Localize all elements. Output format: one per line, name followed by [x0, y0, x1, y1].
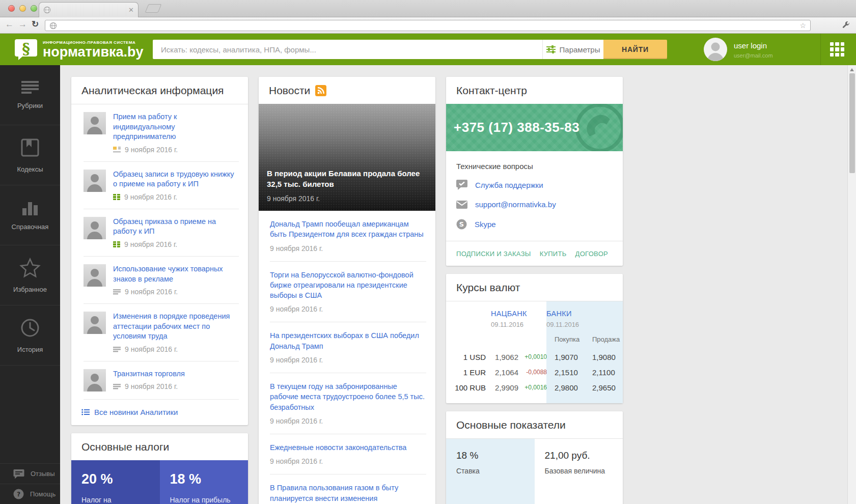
sidebar-item-history[interactable]: История [0, 305, 60, 366]
analytics-item[interactable]: Транзитная торговля 9 ноября 2016 г. [71, 361, 248, 399]
contact-email-link[interactable]: support@normativka.by [446, 195, 623, 214]
indicator-tile-rate[interactable]: 18 % Ставка [446, 439, 535, 504]
search-params-button[interactable]: Параметры [542, 40, 603, 59]
bookmark-star-icon[interactable]: ☆ [799, 21, 806, 30]
table-icon [113, 194, 120, 200]
analytics-item-title[interactable]: Использование чужих товарных знаков в ре… [113, 264, 239, 284]
zoom-window-button[interactable] [31, 5, 37, 12]
scrollbar-thumb[interactable] [849, 73, 855, 173]
indicator-value: 18 % [456, 450, 524, 461]
buy-link[interactable]: КУПИТЬ [540, 250, 567, 258]
analytics-item[interactable]: Прием на работу к индивидуальному предпр… [71, 104, 248, 161]
banks-header[interactable]: БАНКИ [546, 310, 579, 318]
analytics-item-title[interactable]: Транзитная торговля [113, 369, 185, 379]
contact-link-label[interactable]: Skype [475, 220, 496, 229]
user-login-label: user login [734, 41, 773, 50]
subscriptions-link[interactable]: ПОДПИСКИ И ЗАКАЗЫ [456, 250, 531, 258]
news-item[interactable]: В текущем году на забронированные рабочи… [259, 373, 435, 434]
clock-icon [20, 318, 40, 338]
lines-icon [113, 346, 121, 352]
indicator-tile-base-value[interactable]: 21,00 руб. Базовая величина [535, 439, 623, 504]
sidebar-item-feedback[interactable]: Отзывы [0, 463, 60, 484]
site-logo[interactable]: § ИНФОРМАЦИОННО-ПРАВОВАЯ СИСТЕМА нормати… [14, 38, 144, 61]
new-tab-button[interactable] [145, 4, 162, 13]
analytics-item-title[interactable]: Образец приказа о приеме на работу к ИП [113, 217, 239, 237]
close-window-button[interactable] [8, 5, 15, 12]
user-account[interactable]: user login user@mail.com [704, 38, 773, 61]
news-item-date: 9 ноября 2016 г. [270, 305, 425, 313]
contact-support-link[interactable]: Служба поддержки [446, 175, 623, 195]
taxes-card: Основные налоги 20 % Налог на добавленну… [71, 433, 248, 504]
analytics-all-label[interactable]: Все новинки Аналитики [94, 408, 178, 416]
sidebar-item-codes[interactable]: Кодексы [0, 125, 60, 185]
contact-footer-links: ПОДПИСКИ И ЗАКАЗЫ КУПИТЬ ДОГОВОР [446, 241, 623, 266]
analytics-item[interactable]: Изменения в порядке проведения аттестаци… [71, 304, 248, 361]
news-item-title[interactable]: На президентских выборах в США победил Д… [270, 330, 425, 351]
news-item-date: 9 ноября 2016 г. [270, 244, 425, 253]
browser-menu-wrench-icon[interactable] [840, 19, 852, 32]
contact-title: Контакт-центр [446, 77, 623, 104]
reload-button[interactable]: ↻ [32, 19, 39, 30]
analytics-item-date: 9 ноября 2016 г. [125, 146, 178, 154]
tab-close-icon[interactable]: ✕ [128, 7, 134, 13]
currency-unit: 1 USD [446, 353, 486, 361]
agreement-link[interactable]: ДОГОВОР [575, 250, 608, 258]
analytics-item[interactable]: Использование чужих товарных знаков в ре… [71, 257, 248, 303]
support-bubble-icon [456, 180, 467, 190]
back-button[interactable]: ← [5, 19, 14, 30]
contact-skype-link[interactable]: S Skype [446, 214, 623, 235]
sidebar-item-reference[interactable]: Справочная [0, 185, 60, 245]
apps-grid-icon[interactable] [830, 42, 844, 57]
avatar [84, 369, 106, 391]
indicators-card: Основные показатели 18 % Ставка 21,00 ру… [446, 411, 623, 504]
analytics-item[interactable]: Образец записи в трудовую книжку о прием… [71, 162, 248, 209]
svg-text:?: ? [17, 490, 20, 498]
book-icon [20, 137, 40, 158]
news-item-title[interactable]: В текущем году на забронированные рабочи… [270, 381, 425, 412]
sidebar-item-rubrics[interactable]: Рубрики [0, 65, 60, 125]
browser-toolbar: ← → ↻ ☆ [0, 17, 856, 34]
search-input[interactable] [153, 40, 542, 59]
analytics-item-title[interactable]: Прием на работу к индивидуальному предпр… [113, 112, 239, 142]
forward-button[interactable]: → [18, 19, 27, 30]
news-item[interactable]: Дональд Трамп пообещал американцам быть … [259, 211, 435, 261]
currency-row-rub: 100 RUB 2,9909 +0,0016 2,9800 2,9650 [446, 380, 623, 395]
sidebar-item-label: Отзывы [31, 470, 55, 478]
news-item-title[interactable]: Ежедневные новости законодательства [270, 442, 425, 453]
contact-phone-banner[interactable]: +375 (17) 388-35-83 [446, 104, 623, 151]
page-scrollbar[interactable] [847, 65, 856, 504]
list-bullets-icon [81, 409, 90, 415]
address-bar[interactable]: ☆ [45, 20, 811, 31]
news-item[interactable]: Торги на Белорусской валютно-фондовой би… [259, 262, 435, 322]
news-item[interactable]: Ежедневные новости законодательства 9 но… [259, 434, 435, 474]
search-submit-button[interactable]: НАЙТИ [603, 40, 667, 59]
news-item[interactable]: В Правила пользования газом в быту плани… [259, 474, 435, 504]
minimize-window-button[interactable] [19, 5, 26, 12]
sidebar: Рубрики Кодексы Справочная Избранное Ист… [0, 65, 60, 504]
sidebar-item-help[interactable]: ? Помощь [0, 484, 60, 504]
natbank-header[interactable]: НАЦБАНК [491, 310, 546, 318]
analytics-item[interactable]: Образец приказа о приеме на работу к ИП … [71, 209, 248, 256]
rss-icon[interactable] [315, 85, 326, 96]
currency-rate: 2,1064 [488, 368, 518, 377]
analytics-card: Аналитическая информация Прием на работу… [71, 77, 248, 425]
news-item-title[interactable]: Дональд Трамп пообещал американцам быть … [270, 219, 425, 240]
news-item-title[interactable]: Торги на Белорусской валютно-фондовой би… [270, 270, 425, 301]
analytics-all-link[interactable]: Все новинки Аналитики [71, 400, 248, 425]
tax-tile-profit[interactable]: 18 % Налог на прибыль [160, 460, 248, 504]
currency-row-usd: 1 USD 1,9062 +0,0010 1,9070 1,9080 [446, 349, 623, 365]
tax-value: 18 % [170, 471, 238, 487]
scrollbar-up-arrow[interactable] [850, 68, 854, 71]
contact-link-label[interactable]: support@normativka.by [475, 200, 556, 209]
analytics-item-title[interactable]: Образец записи в трудовую книжку о прием… [113, 170, 239, 189]
news-featured-item[interactable]: В период акции Белавиа продала более 32,… [259, 104, 435, 211]
sidebar-item-favorites[interactable]: Избранное [0, 245, 60, 305]
news-featured-title[interactable]: В период акции Белавиа продала более 32,… [267, 168, 427, 190]
analytics-item-title[interactable]: Изменения в порядке проведения аттестаци… [113, 312, 239, 342]
analytics-item-date: 9 ноября 2016 г. [124, 240, 177, 248]
news-item[interactable]: На президентских выборах в США победил Д… [259, 322, 435, 373]
tax-tile-vat[interactable]: 20 % Налог на добавленную [71, 460, 160, 504]
contact-link-label[interactable]: Служба поддержки [475, 181, 543, 189]
news-item-title[interactable]: В Правила пользования газом в быту плани… [270, 483, 425, 503]
browser-tab[interactable]: ✕ [39, 2, 139, 17]
